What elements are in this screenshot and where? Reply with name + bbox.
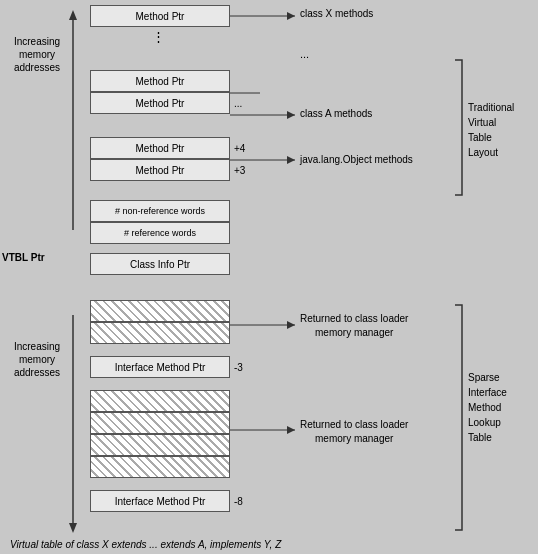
cell-hatched-6: [90, 456, 230, 478]
offset-dots: ...: [234, 92, 242, 114]
offset-minus8: -8: [234, 490, 243, 512]
cell-method-ptr-4: Method Ptr: [90, 137, 230, 159]
cell-class-info-ptr: Class Info Ptr: [90, 253, 230, 275]
svg-marker-14: [287, 426, 295, 434]
cell-method-ptr-5: Method Ptr: [90, 159, 230, 181]
diagram-container: Increasing memory addresses Increasing m…: [0, 0, 538, 554]
offset-plus4: +4: [234, 137, 245, 159]
svg-marker-5: [287, 12, 295, 20]
bottom-caption: Virtual table of class X extends ... ext…: [10, 539, 281, 550]
offset-minus3: -3: [234, 356, 243, 378]
cell-non-ref-words: # non-reference words: [90, 200, 230, 222]
label-traditional: TraditionalVirtualTableLayout: [468, 100, 514, 160]
cell-hatched-3: [90, 390, 230, 412]
cell-hatched-2: [90, 322, 230, 344]
label-sparse: SparseInterfaceMethodLookupTable: [468, 370, 507, 445]
offset-plus3: +3: [234, 159, 245, 181]
label-dots-top-right: ...: [300, 48, 309, 60]
vtbl-ptr-label: VTBL Ptr: [2, 252, 45, 263]
cell-interface-method-ptr-2: Interface Method Ptr: [90, 490, 230, 512]
label-class-x-methods: class X methods: [300, 8, 373, 19]
cell-hatched-1: [90, 300, 230, 322]
svg-marker-12: [287, 321, 295, 329]
svg-marker-1: [69, 10, 77, 20]
label-java-lang: java.lang.Object methods: [300, 154, 413, 165]
label-increasing-bottom: Increasing memory addresses: [2, 340, 72, 379]
diagram-svg: [0, 0, 538, 554]
label-returned-2: Returned to class loadermemory manager: [300, 418, 408, 446]
cell-hatched-5: [90, 434, 230, 456]
svg-marker-7: [287, 111, 295, 119]
label-returned-1: Returned to class loadermemory manager: [300, 312, 408, 340]
label-class-a-methods: class A methods: [300, 108, 372, 119]
cell-method-ptr-3: Method Ptr: [90, 92, 230, 114]
cell-ref-words: # reference words: [90, 222, 230, 244]
svg-marker-10: [287, 156, 295, 164]
cell-hatched-4: [90, 412, 230, 434]
cell-interface-method-ptr-1: Interface Method Ptr: [90, 356, 230, 378]
cell-method-ptr-2: Method Ptr: [90, 70, 230, 92]
svg-marker-3: [69, 523, 77, 533]
cell-dots-1: ⋮: [90, 27, 230, 45]
label-increasing-top: Increasing memory addresses: [2, 35, 72, 74]
cell-method-ptr-1: Method Ptr: [90, 5, 230, 27]
